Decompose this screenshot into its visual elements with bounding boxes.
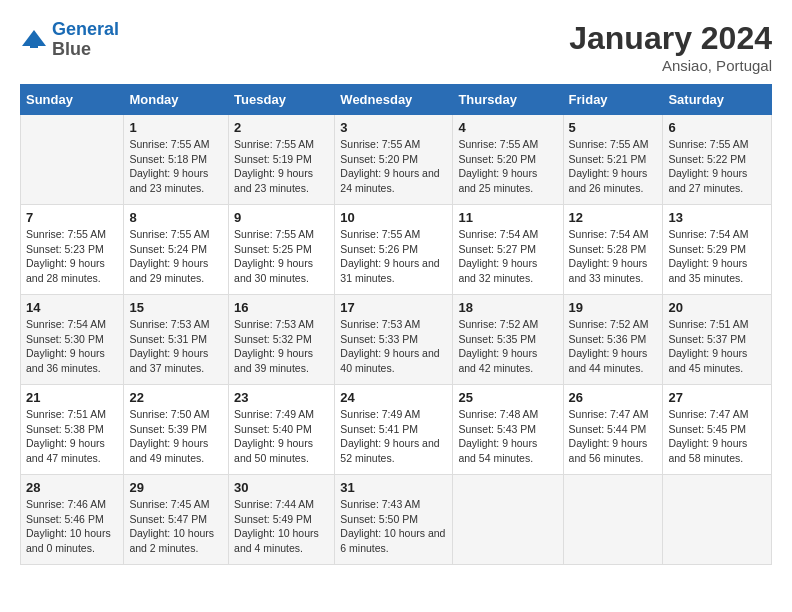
day-number: 28 xyxy=(26,480,118,495)
month-title: January 2024 xyxy=(569,20,772,57)
day-info: Sunrise: 7:52 AM Sunset: 5:36 PM Dayligh… xyxy=(569,317,658,376)
day-info: Sunrise: 7:53 AM Sunset: 5:33 PM Dayligh… xyxy=(340,317,447,376)
day-info: Sunrise: 7:43 AM Sunset: 5:50 PM Dayligh… xyxy=(340,497,447,556)
column-header-wednesday: Wednesday xyxy=(335,85,453,115)
calendar-cell: 27Sunrise: 7:47 AM Sunset: 5:45 PM Dayli… xyxy=(663,385,772,475)
calendar-cell: 24Sunrise: 7:49 AM Sunset: 5:41 PM Dayli… xyxy=(335,385,453,475)
location: Ansiao, Portugal xyxy=(569,57,772,74)
svg-rect-2 xyxy=(30,42,38,48)
calendar-cell: 12Sunrise: 7:54 AM Sunset: 5:28 PM Dayli… xyxy=(563,205,663,295)
day-info: Sunrise: 7:53 AM Sunset: 5:32 PM Dayligh… xyxy=(234,317,329,376)
day-info: Sunrise: 7:55 AM Sunset: 5:21 PM Dayligh… xyxy=(569,137,658,196)
calendar-cell: 3Sunrise: 7:55 AM Sunset: 5:20 PM Daylig… xyxy=(335,115,453,205)
calendar-cell: 21Sunrise: 7:51 AM Sunset: 5:38 PM Dayli… xyxy=(21,385,124,475)
day-info: Sunrise: 7:55 AM Sunset: 5:18 PM Dayligh… xyxy=(129,137,223,196)
day-number: 10 xyxy=(340,210,447,225)
column-header-thursday: Thursday xyxy=(453,85,563,115)
calendar-cell: 31Sunrise: 7:43 AM Sunset: 5:50 PM Dayli… xyxy=(335,475,453,565)
day-number: 9 xyxy=(234,210,329,225)
day-info: Sunrise: 7:55 AM Sunset: 5:24 PM Dayligh… xyxy=(129,227,223,286)
calendar-cell xyxy=(663,475,772,565)
day-info: Sunrise: 7:55 AM Sunset: 5:26 PM Dayligh… xyxy=(340,227,447,286)
calendar-cell: 10Sunrise: 7:55 AM Sunset: 5:26 PM Dayli… xyxy=(335,205,453,295)
day-info: Sunrise: 7:55 AM Sunset: 5:19 PM Dayligh… xyxy=(234,137,329,196)
day-number: 26 xyxy=(569,390,658,405)
calendar-cell: 17Sunrise: 7:53 AM Sunset: 5:33 PM Dayli… xyxy=(335,295,453,385)
day-number: 23 xyxy=(234,390,329,405)
column-header-monday: Monday xyxy=(124,85,229,115)
day-info: Sunrise: 7:44 AM Sunset: 5:49 PM Dayligh… xyxy=(234,497,329,556)
day-number: 24 xyxy=(340,390,447,405)
calendar-cell: 4Sunrise: 7:55 AM Sunset: 5:20 PM Daylig… xyxy=(453,115,563,205)
calendar-cell: 18Sunrise: 7:52 AM Sunset: 5:35 PM Dayli… xyxy=(453,295,563,385)
day-number: 19 xyxy=(569,300,658,315)
calendar-cell: 6Sunrise: 7:55 AM Sunset: 5:22 PM Daylig… xyxy=(663,115,772,205)
day-number: 2 xyxy=(234,120,329,135)
logo-text: General Blue xyxy=(52,20,119,60)
day-info: Sunrise: 7:50 AM Sunset: 5:39 PM Dayligh… xyxy=(129,407,223,466)
day-info: Sunrise: 7:54 AM Sunset: 5:29 PM Dayligh… xyxy=(668,227,766,286)
calendar-cell: 2Sunrise: 7:55 AM Sunset: 5:19 PM Daylig… xyxy=(229,115,335,205)
column-header-saturday: Saturday xyxy=(663,85,772,115)
calendar-cell: 20Sunrise: 7:51 AM Sunset: 5:37 PM Dayli… xyxy=(663,295,772,385)
logo: General Blue xyxy=(20,20,119,60)
title-block: January 2024 Ansiao, Portugal xyxy=(569,20,772,74)
day-info: Sunrise: 7:55 AM Sunset: 5:25 PM Dayligh… xyxy=(234,227,329,286)
day-info: Sunrise: 7:48 AM Sunset: 5:43 PM Dayligh… xyxy=(458,407,557,466)
day-info: Sunrise: 7:47 AM Sunset: 5:45 PM Dayligh… xyxy=(668,407,766,466)
calendar-cell: 28Sunrise: 7:46 AM Sunset: 5:46 PM Dayli… xyxy=(21,475,124,565)
day-number: 25 xyxy=(458,390,557,405)
day-number: 16 xyxy=(234,300,329,315)
day-number: 21 xyxy=(26,390,118,405)
calendar-cell: 14Sunrise: 7:54 AM Sunset: 5:30 PM Dayli… xyxy=(21,295,124,385)
day-info: Sunrise: 7:53 AM Sunset: 5:31 PM Dayligh… xyxy=(129,317,223,376)
calendar-cell: 16Sunrise: 7:53 AM Sunset: 5:32 PM Dayli… xyxy=(229,295,335,385)
page-header: General Blue January 2024 Ansiao, Portug… xyxy=(20,20,772,74)
day-info: Sunrise: 7:47 AM Sunset: 5:44 PM Dayligh… xyxy=(569,407,658,466)
calendar-cell: 1Sunrise: 7:55 AM Sunset: 5:18 PM Daylig… xyxy=(124,115,229,205)
day-info: Sunrise: 7:51 AM Sunset: 5:38 PM Dayligh… xyxy=(26,407,118,466)
calendar-cell: 15Sunrise: 7:53 AM Sunset: 5:31 PM Dayli… xyxy=(124,295,229,385)
calendar-cell: 22Sunrise: 7:50 AM Sunset: 5:39 PM Dayli… xyxy=(124,385,229,475)
day-info: Sunrise: 7:54 AM Sunset: 5:30 PM Dayligh… xyxy=(26,317,118,376)
day-number: 1 xyxy=(129,120,223,135)
day-info: Sunrise: 7:52 AM Sunset: 5:35 PM Dayligh… xyxy=(458,317,557,376)
day-info: Sunrise: 7:45 AM Sunset: 5:47 PM Dayligh… xyxy=(129,497,223,556)
week-row-2: 14Sunrise: 7:54 AM Sunset: 5:30 PM Dayli… xyxy=(21,295,772,385)
calendar-header-row: SundayMondayTuesdayWednesdayThursdayFrid… xyxy=(21,85,772,115)
day-number: 12 xyxy=(569,210,658,225)
day-info: Sunrise: 7:46 AM Sunset: 5:46 PM Dayligh… xyxy=(26,497,118,556)
day-number: 11 xyxy=(458,210,557,225)
column-header-sunday: Sunday xyxy=(21,85,124,115)
day-number: 8 xyxy=(129,210,223,225)
day-info: Sunrise: 7:55 AM Sunset: 5:20 PM Dayligh… xyxy=(340,137,447,196)
day-info: Sunrise: 7:49 AM Sunset: 5:40 PM Dayligh… xyxy=(234,407,329,466)
calendar-cell xyxy=(453,475,563,565)
day-info: Sunrise: 7:55 AM Sunset: 5:22 PM Dayligh… xyxy=(668,137,766,196)
calendar-cell: 26Sunrise: 7:47 AM Sunset: 5:44 PM Dayli… xyxy=(563,385,663,475)
calendar-cell: 5Sunrise: 7:55 AM Sunset: 5:21 PM Daylig… xyxy=(563,115,663,205)
day-number: 6 xyxy=(668,120,766,135)
week-row-0: 1Sunrise: 7:55 AM Sunset: 5:18 PM Daylig… xyxy=(21,115,772,205)
day-number: 3 xyxy=(340,120,447,135)
logo-icon xyxy=(20,26,48,54)
day-number: 22 xyxy=(129,390,223,405)
week-row-3: 21Sunrise: 7:51 AM Sunset: 5:38 PM Dayli… xyxy=(21,385,772,475)
day-info: Sunrise: 7:54 AM Sunset: 5:28 PM Dayligh… xyxy=(569,227,658,286)
calendar-cell: 23Sunrise: 7:49 AM Sunset: 5:40 PM Dayli… xyxy=(229,385,335,475)
day-info: Sunrise: 7:55 AM Sunset: 5:23 PM Dayligh… xyxy=(26,227,118,286)
calendar-cell: 9Sunrise: 7:55 AM Sunset: 5:25 PM Daylig… xyxy=(229,205,335,295)
calendar-table: SundayMondayTuesdayWednesdayThursdayFrid… xyxy=(20,84,772,565)
day-number: 20 xyxy=(668,300,766,315)
day-number: 15 xyxy=(129,300,223,315)
calendar-cell: 11Sunrise: 7:54 AM Sunset: 5:27 PM Dayli… xyxy=(453,205,563,295)
day-number: 30 xyxy=(234,480,329,495)
week-row-1: 7Sunrise: 7:55 AM Sunset: 5:23 PM Daylig… xyxy=(21,205,772,295)
calendar-cell xyxy=(21,115,124,205)
calendar-cell: 13Sunrise: 7:54 AM Sunset: 5:29 PM Dayli… xyxy=(663,205,772,295)
day-number: 13 xyxy=(668,210,766,225)
day-info: Sunrise: 7:49 AM Sunset: 5:41 PM Dayligh… xyxy=(340,407,447,466)
day-number: 27 xyxy=(668,390,766,405)
week-row-4: 28Sunrise: 7:46 AM Sunset: 5:46 PM Dayli… xyxy=(21,475,772,565)
day-number: 17 xyxy=(340,300,447,315)
